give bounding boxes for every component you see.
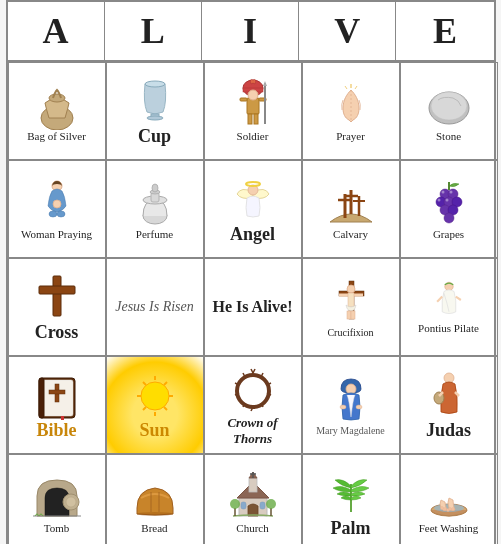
cell-church: Church — [204, 454, 302, 544]
cup-label: Cup — [138, 126, 171, 148]
cell-woman-praying: Woman Praying — [8, 160, 106, 258]
svg-rect-109 — [260, 502, 265, 509]
crucifixion-label: Crucifixion — [327, 327, 373, 339]
svg-rect-8 — [248, 114, 252, 124]
bible-label: Bible — [36, 420, 76, 442]
cell-judas: Judas — [400, 356, 498, 454]
palm-label: Palm — [331, 518, 371, 540]
cell-prayer: Prayer — [302, 62, 400, 160]
svg-rect-9 — [254, 114, 258, 124]
header-l: L — [105, 2, 202, 60]
svg-point-31 — [246, 182, 260, 186]
svg-point-101 — [137, 512, 173, 516]
cell-soldier: Soldier — [204, 62, 302, 160]
cell-bread: Bread — [106, 454, 204, 544]
crown-of-thorns-label: Crown of Thorns — [207, 415, 299, 446]
tomb-icon — [31, 470, 83, 522]
mary-icon — [325, 373, 377, 425]
svg-rect-67 — [39, 378, 44, 418]
feet-icon — [423, 470, 475, 522]
svg-point-113 — [266, 499, 276, 509]
svg-point-116 — [440, 507, 443, 510]
bingo-card: A L I V E Bag of Silver Cup — [6, 0, 496, 544]
feet-washing-label: Feet Washing — [419, 522, 479, 535]
svg-point-23 — [49, 211, 57, 217]
header-e: E — [396, 2, 493, 60]
svg-point-91 — [346, 384, 356, 394]
cross-label: Cross — [35, 322, 79, 344]
cell-cup: Cup — [106, 62, 204, 160]
svg-point-46 — [444, 213, 454, 223]
svg-marker-14 — [263, 81, 267, 86]
svg-line-61 — [437, 297, 442, 302]
header-a: A — [8, 2, 105, 60]
svg-point-119 — [448, 508, 451, 511]
svg-point-49 — [437, 199, 440, 202]
svg-rect-51 — [53, 276, 61, 316]
svg-point-94 — [444, 373, 454, 383]
svg-rect-52 — [39, 286, 75, 294]
cell-jesus-is-risen: Jesus Is Risen — [106, 258, 204, 356]
header-v: V — [299, 2, 396, 60]
cell-mary-magdalene: Mary Magdalene — [302, 356, 400, 454]
crucifixion-icon — [325, 275, 377, 327]
cell-sun: Sun — [106, 356, 204, 454]
jesus-is-risen-label: Jesus Is Risen — [115, 297, 194, 317]
svg-point-4 — [147, 116, 163, 120]
cross-icon — [31, 270, 83, 322]
palm-icon — [325, 466, 377, 518]
svg-point-70 — [141, 382, 169, 410]
bread-label: Bread — [141, 522, 167, 535]
svg-point-100 — [66, 497, 76, 507]
svg-point-93 — [356, 405, 362, 409]
calvary-icon — [325, 176, 377, 228]
bingo-header: A L I V E — [8, 2, 494, 62]
svg-rect-10 — [240, 98, 247, 101]
cell-pontius-pilate: Pontius Pilate — [400, 258, 498, 356]
svg-rect-108 — [241, 502, 246, 509]
stone-label: Stone — [436, 130, 461, 143]
svg-point-50 — [445, 199, 448, 202]
cell-stone: Stone — [400, 62, 498, 160]
judas-label: Judas — [426, 420, 471, 442]
cell-crown-of-thorns: Crown of Thorns — [204, 356, 302, 454]
perfume-label: Perfume — [136, 228, 173, 241]
he-is-alive-label: He Is Alive! — [213, 297, 293, 318]
svg-rect-59 — [351, 311, 355, 319]
angel-label: Angel — [230, 224, 275, 246]
svg-point-48 — [449, 191, 452, 194]
svg-rect-57 — [348, 293, 354, 307]
mary-magdalene-label: Mary Magdalene — [316, 425, 385, 437]
svg-point-117 — [443, 508, 446, 511]
svg-line-78 — [143, 407, 146, 410]
svg-line-17 — [345, 86, 347, 89]
cell-cross: Cross — [8, 258, 106, 356]
svg-point-24 — [57, 211, 65, 217]
cell-tomb: Tomb — [8, 454, 106, 544]
svg-point-92 — [340, 405, 346, 409]
prayer-icon — [325, 78, 377, 130]
svg-point-1 — [49, 94, 65, 102]
cell-bag-of-silver: Bag of Silver — [8, 62, 106, 160]
bread-icon — [129, 470, 181, 522]
svg-point-111 — [230, 499, 240, 509]
angel-icon — [227, 172, 279, 224]
svg-line-77 — [164, 382, 167, 385]
grapes-label: Grapes — [433, 228, 464, 241]
svg-rect-66 — [49, 390, 65, 394]
perfume-icon — [129, 176, 181, 228]
svg-point-55 — [347, 285, 355, 293]
cell-palm: Palm — [302, 454, 400, 544]
soldier-icon — [227, 78, 279, 130]
woman-praying-label: Woman Praying — [21, 228, 92, 241]
cell-crucifixion: Crucifixion — [302, 258, 400, 356]
svg-point-22 — [53, 200, 61, 208]
svg-line-75 — [143, 382, 146, 385]
calvary-label: Calvary — [333, 228, 368, 241]
judas-icon — [423, 368, 475, 420]
svg-point-20 — [431, 92, 467, 120]
cell-bible: Bible — [8, 356, 106, 454]
church-icon — [227, 470, 279, 522]
bag-of-silver-label: Bag of Silver — [27, 130, 86, 143]
svg-rect-104 — [249, 478, 257, 492]
